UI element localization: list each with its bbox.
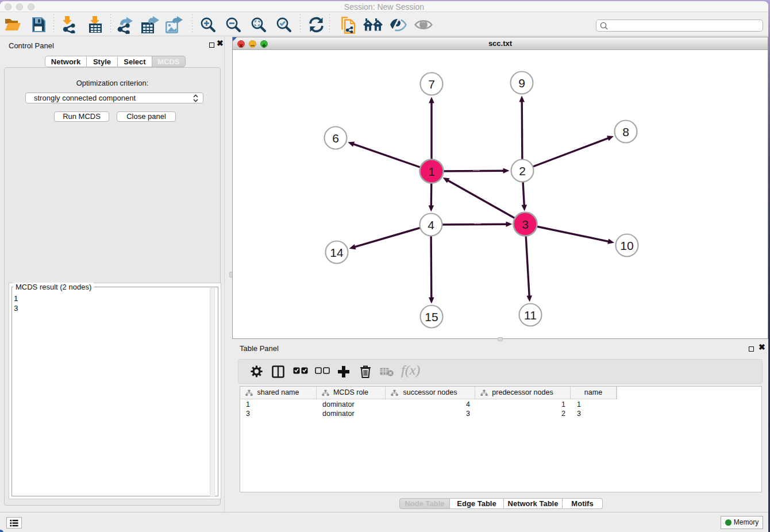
svg-text:1: 1 bbox=[428, 165, 435, 178]
svg-text:2: 2 bbox=[519, 164, 526, 178]
svg-text:15: 15 bbox=[425, 310, 438, 323]
svg-text:8: 8 bbox=[622, 125, 629, 138]
svg-text:10: 10 bbox=[620, 239, 633, 252]
svg-text:7: 7 bbox=[428, 78, 435, 91]
svg-text:3: 3 bbox=[522, 218, 529, 231]
svg-text:9: 9 bbox=[518, 76, 525, 90]
svg-text:11: 11 bbox=[524, 309, 537, 322]
svg-text:4: 4 bbox=[428, 218, 434, 232]
svg-text:6: 6 bbox=[332, 132, 339, 145]
svg-text:14: 14 bbox=[330, 246, 344, 259]
